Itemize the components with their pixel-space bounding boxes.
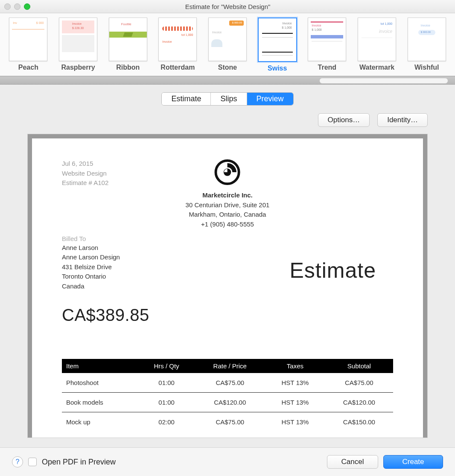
segment-preview[interactable]: Preview <box>247 93 293 105</box>
cell-taxes: HST 13% <box>265 412 325 432</box>
template-wishful[interactable]: Invoice $ 000.00 Wishful <box>402 18 452 76</box>
cancel-button[interactable]: Cancel <box>327 455 378 469</box>
template-ribbon[interactable]: Footile Ribbon <box>103 18 153 76</box>
template-label: Swiss <box>268 65 287 72</box>
identity-button[interactable]: Identity… <box>377 113 428 127</box>
minimize-button[interactable] <box>14 3 20 10</box>
cell-taxes: HST 13% <box>265 373 325 393</box>
col-rate: Rate / Price <box>195 359 265 373</box>
template-watermark[interactable]: tot 1,000 invoice Watermark <box>352 18 402 76</box>
template-strip: Inv $ 000 Peach Invoice $ 228.30 Raspber… <box>0 13 455 76</box>
open-pdf-checkbox[interactable] <box>28 458 37 466</box>
titlebar: Estimate for "Website Design" <box>0 0 455 13</box>
preview-area: Jul 6, 2015 Website Design Estimate # A1… <box>27 134 428 438</box>
company-address1: 30 Centurian Drive, Suite 201 <box>186 200 270 210</box>
template-label: Watermark <box>359 64 394 71</box>
document-title: Estimate <box>289 258 376 283</box>
billed-to-label: Billed To <box>62 235 393 242</box>
template-scrollbar[interactable] <box>0 76 455 85</box>
template-thumb: $ 000.00 Invoice <box>208 18 247 61</box>
template-peach[interactable]: Inv $ 000 Peach <box>3 18 53 76</box>
template-label: Ribbon <box>116 64 140 71</box>
segment-estimate[interactable]: Estimate <box>162 93 210 105</box>
col-taxes: Taxes <box>265 359 325 373</box>
help-button[interactable]: ? <box>12 456 23 467</box>
template-stone[interactable]: $ 000.00 Invoice Stone <box>203 18 253 76</box>
company-name: Marketcircle Inc. <box>186 191 270 200</box>
table-row: Book models 01:00 CA$120.00 HST 13% CA$1… <box>62 393 393 412</box>
zoom-button[interactable] <box>24 3 30 10</box>
cell-rate: CA$75.00 <box>195 373 265 393</box>
cell-subtotal: CA$75.00 <box>325 373 393 393</box>
col-subtotal: Subtotal <box>325 359 393 373</box>
template-thumb: Footile <box>109 18 147 61</box>
template-thumb: Inv $ 000 <box>9 18 47 61</box>
bottom-bar: ? Open PDF in Preview Cancel Create <box>0 447 455 476</box>
col-item: Item <box>62 359 138 373</box>
table-row: Photoshoot 01:00 CA$75.00 HST 13% CA$75.… <box>62 373 393 393</box>
company-phone: +1 (905) 480-5555 <box>186 220 270 229</box>
cell-rate: CA$120.00 <box>195 393 265 412</box>
template-label: Peach <box>18 64 38 71</box>
cell-subtotal: CA$150.00 <box>325 412 393 432</box>
template-label: Wishful <box>414 64 439 71</box>
close-button[interactable] <box>4 3 11 10</box>
line-items-table: Item Hrs / Qty Rate / Price Taxes Subtot… <box>62 359 393 432</box>
cell-item: Mock up <box>62 412 138 432</box>
document-total: CA$389.85 <box>62 306 393 325</box>
template-thumb: Invoice $ 228.30 <box>59 18 97 61</box>
template-label: Rotterdam <box>160 64 195 71</box>
document-preview: Jul 6, 2015 Website Design Estimate # A1… <box>32 138 423 438</box>
cell-subtotal: CA$120.00 <box>325 393 393 412</box>
template-thumb: tot 1,000 invoice <box>358 18 396 61</box>
cell-rate: CA$75.00 <box>195 412 265 432</box>
table-row: Mock up 02:00 CA$75.00 HST 13% CA$150.00 <box>62 412 393 432</box>
cell-item: Book models <box>62 393 138 412</box>
open-pdf-label: Open PDF in Preview <box>42 458 116 467</box>
template-raspberry[interactable]: Invoice $ 228.30 Raspberry <box>53 18 103 76</box>
toolbar-row: Options… Identity… <box>0 106 455 127</box>
cell-taxes: HST 13% <box>265 393 325 412</box>
view-mode-segment: Estimate Slips Preview <box>0 92 455 106</box>
billed-name: Anne Larson <box>62 243 393 253</box>
template-thumb: Invoice $ 1,000 <box>258 18 297 62</box>
window-title: Estimate for "Website Design" <box>30 3 425 10</box>
cell-hrs: 01:00 <box>138 393 195 412</box>
template-swiss[interactable]: Invoice $ 1,000 Swiss <box>252 18 302 76</box>
template-trend[interactable]: Invoice $ 1,000 Trend <box>302 18 352 76</box>
create-button[interactable]: Create <box>383 455 443 469</box>
template-label: Raspberry <box>61 64 95 71</box>
template-thumb: tot 1,000 Invoice <box>158 18 197 61</box>
template-label: Stone <box>218 64 237 71</box>
cell-hrs: 02:00 <box>138 412 195 432</box>
company-logo-icon <box>214 159 241 185</box>
template-thumb: Invoice $ 000.00 <box>408 18 446 61</box>
cell-hrs: 01:00 <box>138 373 195 393</box>
template-rotterdam[interactable]: tot 1,000 Invoice Rotterdam <box>153 18 203 76</box>
options-button[interactable]: Options… <box>318 113 370 127</box>
template-thumb: Invoice $ 1,000 <box>308 18 346 61</box>
company-block: Marketcircle Inc. 30 Centurian Drive, Su… <box>186 159 270 229</box>
company-address2: Markham, Ontario, Canada <box>186 210 270 220</box>
template-label: Trend <box>318 64 337 71</box>
window: Estimate for "Website Design" Inv $ 000 … <box>0 0 455 476</box>
traffic-lights <box>4 3 30 10</box>
cell-item: Photoshoot <box>62 373 138 393</box>
segment-slips[interactable]: Slips <box>210 93 246 105</box>
col-hrs: Hrs / Qty <box>138 359 195 373</box>
